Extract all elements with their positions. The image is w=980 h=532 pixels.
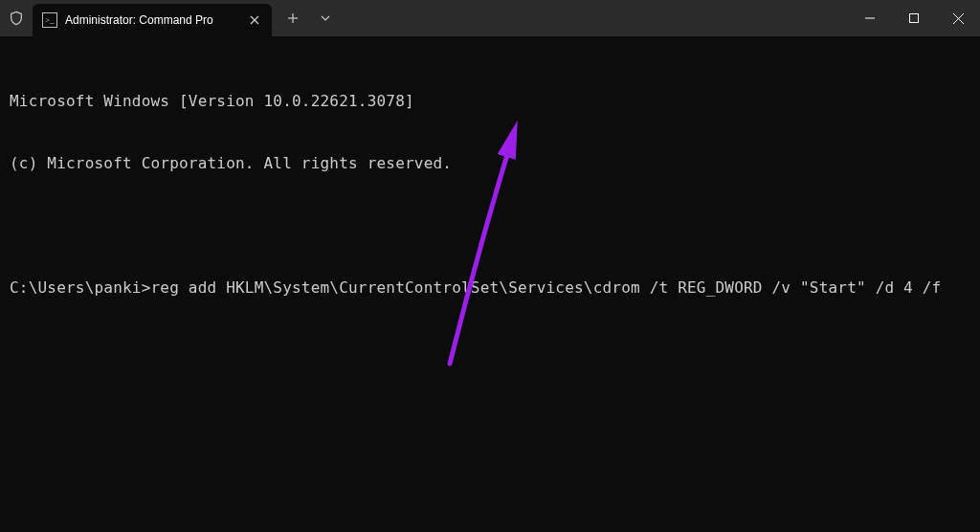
- command-text: reg add HKLM\System\CurrentControlSet\Se…: [151, 278, 942, 297]
- tab-close-button[interactable]: [247, 12, 262, 28]
- svg-rect-8: [910, 14, 919, 23]
- new-tab-button[interactable]: [278, 3, 308, 33]
- titlebar-left: >_ Administrator: Command Pro: [0, 0, 341, 36]
- os-version-line: Microsoft Windows [Version 10.0.22621.30…: [10, 91, 970, 112]
- window-controls: [848, 0, 980, 36]
- tab-dropdown-button[interactable]: [310, 3, 341, 33]
- active-tab[interactable]: >_ Administrator: Command Pro: [33, 4, 272, 36]
- terminal-icon: >_: [42, 12, 57, 28]
- tab-title: Administrator: Command Pro: [65, 13, 239, 27]
- maximize-button[interactable]: [892, 0, 936, 36]
- shield-icon: [0, 0, 33, 36]
- command-line: C:\Users\panki>reg add HKLM\System\Curre…: [10, 277, 970, 299]
- copyright-line: (c) Microsoft Corporation. All rights re…: [10, 153, 970, 174]
- close-button[interactable]: [936, 0, 980, 36]
- minimize-button[interactable]: [848, 0, 892, 36]
- tabbar-actions: [278, 0, 341, 36]
- prompt: C:\Users\panki>: [10, 278, 151, 297]
- window-titlebar: >_ Administrator: Command Pro: [0, 0, 980, 36]
- svg-text:>_: >_: [45, 15, 55, 25]
- terminal-output[interactable]: Microsoft Windows [Version 10.0.22621.30…: [0, 36, 980, 332]
- blank-line: [10, 215, 970, 236]
